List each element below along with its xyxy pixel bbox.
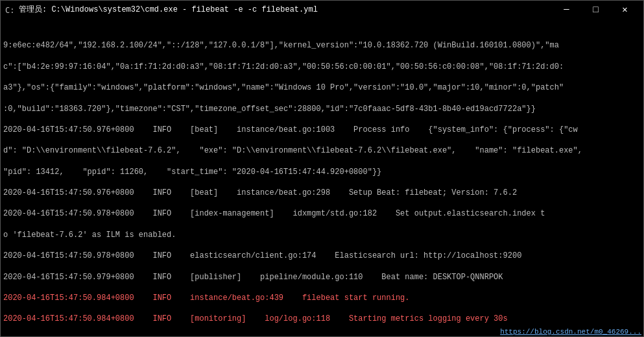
url-bar: https://blog.csdn.net/m0_46269... [500,328,641,336]
terminal-line: 2020-04-16T15:47:50.979+0800 INFO [publi… [3,272,641,282]
window: C:\ 管理员: C:\Windows\system32\cmd.exe - f… [0,0,644,337]
terminal-line: 2020-04-16T15:47:50.978+0800 INFO elasti… [3,251,641,261]
terminal-line: "pid": 13412, "ppid": 11260, "start_time… [3,167,641,177]
terminal-line: 2020-04-16T15:47:50.976+0800 INFO [beat]… [3,125,641,135]
terminal-line: 2020-04-16T15:47:50.984+0800 INFO [monit… [3,314,641,324]
window-controls: ─ □ ✕ [552,1,639,19]
close-button[interactable]: ✕ [610,1,639,19]
terminal-line: 2020-04-16T15:47:50.984+0800 INFO instan… [3,293,641,303]
cmd-icon: C:\ [5,5,15,15]
terminal-line: a3"},"os":{"family":"windows","platform"… [3,82,641,93]
title-bar-text: 管理员: C:\Windows\system32\cmd.exe - fileb… [19,4,552,15]
terminal-line: c":["b4:2e:99:97:16:04","0a:1f:71:2d:d0:… [3,62,641,72]
terminal-line: o 'filebeat-7.6.2' as ILM is enabled. [3,230,641,240]
terminal-line: d": "D:\\environment\\filebeat-7.6.2", "… [3,145,641,156]
svg-text:C:\: C:\ [5,6,15,15]
minimize-button[interactable]: ─ [552,1,581,19]
terminal-line: 9:e6ec:e482/64","192.168.2.100/24","::/1… [3,40,641,51]
maximize-button[interactable]: □ [581,1,610,19]
title-bar: C:\ 管理员: C:\Windows\system32\cmd.exe - f… [0,0,644,18]
terminal-line: 2020-04-16T15:47:50.978+0800 INFO [index… [3,208,641,219]
terminal-line: :0,"build":"18363.720"},"timezone":"CST"… [3,104,641,114]
terminal-line: 2020-04-16T15:47:50.976+0800 INFO [beat]… [3,188,641,198]
terminal-output: 9:e6ec:e482/64","192.168.2.100/24","::/1… [0,18,644,337]
